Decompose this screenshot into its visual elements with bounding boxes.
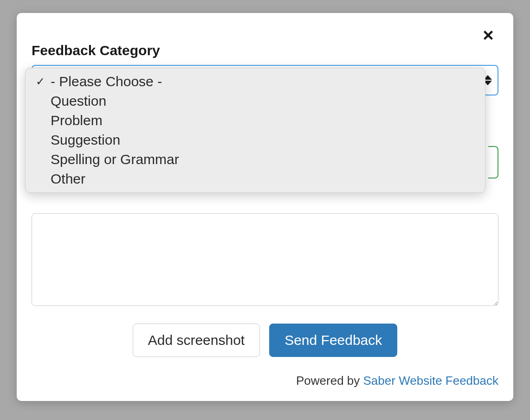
checkmark-icon: ✓ (36, 75, 51, 88)
send-feedback-button[interactable]: Send Feedback (269, 324, 397, 357)
message-textarea[interactable] (32, 213, 498, 306)
dropdown-option-label: Suggestion (51, 132, 476, 148)
message-wrapper (32, 213, 498, 308)
button-row: Add screenshot Send Feedback (32, 324, 498, 357)
dropdown-option-other[interactable]: Other (26, 169, 485, 189)
powered-by-text: Powered by (296, 374, 363, 388)
dropdown-option-label: Other (51, 171, 476, 187)
category-select-wrapper: ✓ - Please Choose - Question Problem Sug… (32, 65, 498, 95)
close-button[interactable] (479, 26, 498, 45)
add-screenshot-button[interactable]: Add screenshot (133, 324, 260, 357)
close-icon (481, 28, 495, 42)
dropdown-option-spelling[interactable]: Spelling or Grammar (26, 150, 485, 169)
email-field-edge (488, 146, 498, 178)
footer: Powered by Saber Website Feedback (32, 374, 498, 388)
saber-feedback-link[interactable]: Saber Website Feedback (363, 374, 498, 388)
category-label: Feedback Category (32, 43, 498, 58)
dropdown-option-question[interactable]: Question (26, 91, 485, 111)
dropdown-option-suggestion[interactable]: Suggestion (26, 130, 485, 150)
dropdown-option-label: Problem (51, 113, 476, 128)
dropdown-option-label: Spelling or Grammar (51, 152, 476, 167)
dropdown-option-please-choose[interactable]: ✓ - Please Choose - (26, 72, 485, 91)
dropdown-option-label: - Please Choose - (51, 74, 476, 89)
dropdown-option-problem[interactable]: Problem (26, 111, 485, 130)
dropdown-option-label: Question (51, 93, 476, 109)
feedback-modal: Feedback Category ✓ - Please Choose - Qu… (17, 13, 513, 401)
category-dropdown: ✓ - Please Choose - Question Problem Sug… (25, 68, 485, 193)
